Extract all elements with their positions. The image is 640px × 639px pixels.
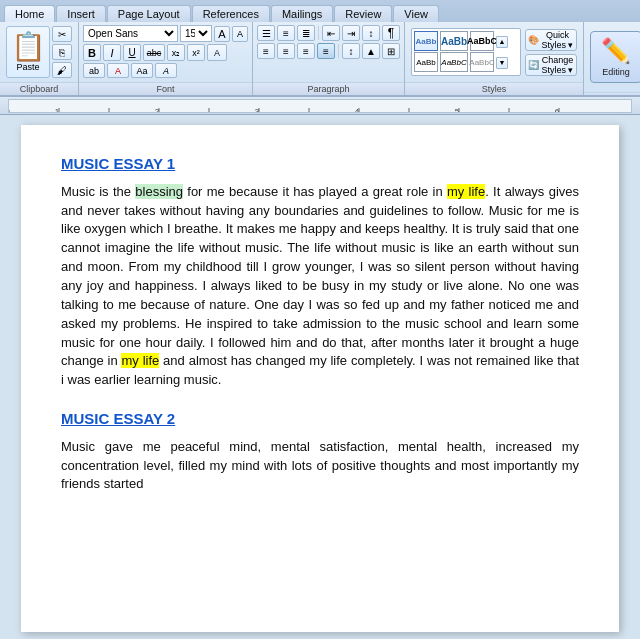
sort-button[interactable]: ↕ <box>362 25 380 41</box>
bold-button[interactable]: B <box>83 44 101 61</box>
essay1-title: MUSIC ESSAY 1 <box>61 153 579 175</box>
justify-button[interactable]: ≡ <box>317 43 335 59</box>
svg-text:1: 1 <box>55 107 60 113</box>
underline-button[interactable]: U <box>123 44 141 61</box>
styles-scroll-down[interactable]: ▼ <box>496 57 508 69</box>
styles-group: AaBb AaBb AaBb AaBbC AaBbC AaBbC ▲ ▼ <box>405 22 584 95</box>
paste-icon: 📋 <box>11 33 46 61</box>
font-group: Open Sans 15 A A B I U abc x₂ x² A <box>79 22 253 95</box>
borders-button[interactable]: ⊞ <box>382 43 400 59</box>
font-name-select[interactable]: Open Sans <box>83 25 178 42</box>
bullets-button[interactable]: ☰ <box>257 25 275 41</box>
grow-font-button[interactable]: A <box>214 26 230 42</box>
essay1-body: Music is the blessing for me because it … <box>61 183 579 390</box>
svg-text:5: 5 <box>455 107 460 113</box>
case-button[interactable]: Aa <box>131 63 153 78</box>
essay2-body: Music gave me peaceful mind, mental sati… <box>61 438 579 495</box>
tab-review[interactable]: Review <box>334 5 392 22</box>
doc-area: MUSIC ESSAY 1 Music is the blessing for … <box>0 115 640 639</box>
tab-home[interactable]: Home <box>4 5 55 22</box>
clear-format-button[interactable]: A <box>155 63 177 78</box>
clipboard-group: 📋 Paste ✂ ⎘ 🖌 Clipboard <box>0 22 79 95</box>
ruler: 1 2 3 4 5 6 <box>0 97 640 115</box>
quick-styles-icon: 🎨 <box>528 35 539 45</box>
svg-text:3: 3 <box>255 107 260 113</box>
numbering-button[interactable]: ≡ <box>277 25 295 41</box>
italic-button[interactable]: I <box>103 44 121 61</box>
multilevel-list-button[interactable]: ≣ <box>297 25 315 41</box>
cut-button[interactable]: ✂ <box>52 26 72 42</box>
font-color-button[interactable]: A <box>107 63 129 78</box>
paste-button[interactable]: 📋 Paste <box>6 26 50 78</box>
editing-button[interactable]: ✏️ Editing <box>590 31 640 83</box>
align-left-button[interactable]: ≡ <box>257 43 275 59</box>
show-marks-button[interactable]: ¶ <box>382 25 400 41</box>
change-styles-icon: 🔄 <box>528 60 539 70</box>
svg-text:4: 4 <box>355 107 360 113</box>
clipboard-label: Clipboard <box>0 82 78 95</box>
font-size-select[interactable]: 15 <box>180 25 212 42</box>
ruler-inner: 1 2 3 4 5 6 <box>8 99 632 113</box>
format-painter-button[interactable]: 🖌 <box>52 62 72 78</box>
align-center-button[interactable]: ≡ <box>277 43 295 59</box>
increase-indent-button[interactable]: ⇥ <box>342 25 360 41</box>
tab-insert[interactable]: Insert <box>56 5 106 22</box>
copy-button[interactable]: ⎘ <box>52 44 72 60</box>
line-spacing-button[interactable]: ↕ <box>342 43 360 59</box>
tab-page-layout[interactable]: Page Layout <box>107 5 191 22</box>
quick-styles-button[interactable]: 🎨 Quick Styles ▾ <box>525 29 577 51</box>
tab-references[interactable]: References <box>192 5 270 22</box>
change-styles-button[interactable]: 🔄 Change Styles ▾ <box>525 54 577 76</box>
font-label: Font <box>79 82 252 95</box>
page[interactable]: MUSIC ESSAY 1 Music is the blessing for … <box>21 125 619 632</box>
highlight-color-button[interactable]: ab <box>83 63 105 78</box>
superscript-button[interactable]: x² <box>187 44 205 61</box>
styles-gallery[interactable]: AaBb AaBb AaBb AaBbC AaBbC AaBbC ▲ ▼ <box>411 28 521 76</box>
text-effects-button[interactable]: A <box>207 44 227 61</box>
styles-scroll-up[interactable]: ▲ <box>496 36 508 48</box>
paragraph-label: Paragraph <box>253 82 404 95</box>
strikethrough-button[interactable]: abc <box>143 44 165 61</box>
editing-group-label <box>584 92 640 95</box>
editing-label: Editing <box>602 67 630 77</box>
svg-text:2: 2 <box>155 107 160 113</box>
decrease-indent-button[interactable]: ⇤ <box>322 25 340 41</box>
shading-button[interactable]: ▲ <box>362 43 380 59</box>
shrink-font-button[interactable]: A <box>232 26 248 42</box>
paragraph-group: ☰ ≡ ≣ ⇤ ⇥ ↕ ¶ ≡ ≡ ≡ ≡ ↕ ▲ <box>253 22 405 95</box>
essay2-title: MUSIC ESSAY 2 <box>61 408 579 430</box>
align-right-button[interactable]: ≡ <box>297 43 315 59</box>
subscript-button[interactable]: x₂ <box>167 44 185 61</box>
svg-text:6: 6 <box>555 107 560 113</box>
paste-label: Paste <box>16 62 39 72</box>
tab-bar: Home Insert Page Layout References Maili… <box>0 0 640 22</box>
editing-group: ✏️ Editing <box>584 22 640 95</box>
tab-mailings[interactable]: Mailings <box>271 5 333 22</box>
ribbon-body: 📋 Paste ✂ ⎘ 🖌 Clipboard Open Sans <box>0 22 640 97</box>
styles-label: Styles <box>405 82 583 95</box>
editing-icon: ✏️ <box>601 37 631 65</box>
tab-view[interactable]: View <box>393 5 439 22</box>
ribbon: Home Insert Page Layout References Maili… <box>0 0 640 97</box>
